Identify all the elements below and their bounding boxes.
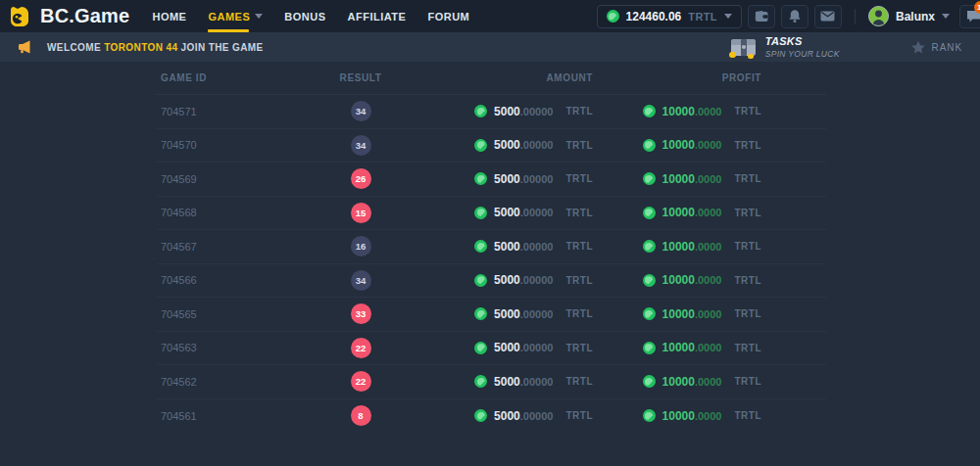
brand-logo[interactable]: BC.Game bbox=[8, 5, 129, 28]
rank-shortcut[interactable]: RANK bbox=[910, 40, 962, 55]
profit-currency: TRTL bbox=[734, 410, 761, 421]
amount-currency: TRTL bbox=[565, 410, 593, 421]
messages-button[interactable] bbox=[814, 5, 842, 28]
amount-currency: TRTL bbox=[565, 343, 593, 353]
wallet-button[interactable] bbox=[748, 5, 775, 28]
profit-currency: TRTL bbox=[734, 208, 761, 218]
game-id-cell: 704570 bbox=[157, 139, 287, 151]
profit-currency: TRTL bbox=[734, 173, 761, 184]
nav-games-label: GAMES bbox=[208, 11, 250, 23]
game-id-cell: 704568 bbox=[157, 207, 287, 218]
trtl-coin-icon bbox=[474, 409, 487, 422]
header-profit: PROFIT bbox=[593, 72, 761, 83]
result-badge: 8 bbox=[351, 405, 371, 426]
table-row[interactable]: 704562 22 5000 .00000 TRTL 10000 .0000 T… bbox=[157, 365, 826, 399]
wallet-icon bbox=[754, 10, 769, 23]
profit-integer: 10000 bbox=[662, 206, 695, 219]
amount-decimals: .00000 bbox=[520, 106, 554, 117]
amount-cell: 5000 .00000 TRTL bbox=[434, 138, 593, 152]
header-result: RESULT bbox=[287, 72, 434, 83]
table-row[interactable]: 704567 16 5000 .00000 TRTL 10000 .0000 T… bbox=[157, 230, 826, 264]
trtl-coin-icon bbox=[643, 207, 656, 219]
profit-integer: 10000 bbox=[662, 375, 695, 389]
trtl-coin-icon bbox=[643, 105, 656, 117]
amount-cell: 5000 .00000 TRTL bbox=[434, 307, 593, 321]
trtl-coin-icon bbox=[474, 342, 487, 354]
trtl-coin-icon bbox=[474, 139, 487, 152]
result-badge: 26 bbox=[351, 168, 371, 189]
trtl-coin-icon bbox=[474, 274, 487, 287]
trtl-coin-icon bbox=[643, 307, 656, 320]
profit-currency: TRTL bbox=[734, 241, 761, 252]
avatar bbox=[868, 6, 889, 26]
nav-home[interactable]: HOME bbox=[152, 0, 186, 32]
profit-currency: TRTL bbox=[734, 376, 761, 387]
chat-button[interactable]: 10 bbox=[959, 5, 980, 28]
amount-cell: 5000 .00000 TRTL bbox=[434, 172, 593, 186]
profit-decimals: .0000 bbox=[695, 207, 722, 218]
profit-cell: 10000 .0000 TRTL bbox=[593, 138, 761, 152]
amount-currency: TRTL bbox=[565, 308, 593, 319]
result-badge: 34 bbox=[351, 135, 371, 156]
profit-decimals: .0000 bbox=[695, 410, 722, 422]
balance-currency: TRTL bbox=[688, 11, 717, 23]
trtl-coin-icon bbox=[474, 207, 487, 219]
profit-decimals: .0000 bbox=[695, 241, 722, 253]
profit-currency: TRTL bbox=[734, 106, 761, 116]
table-row[interactable]: 704570 34 5000 .00000 TRTL 10000 .0000 T… bbox=[157, 129, 826, 163]
profit-cell: 10000 .0000 TRTL bbox=[593, 240, 761, 254]
rank-label: RANK bbox=[932, 42, 962, 53]
amount-cell: 5000 .00000 TRTL bbox=[434, 341, 593, 354]
table-row[interactable]: 704566 34 5000 .00000 TRTL 10000 .0000 T… bbox=[157, 264, 826, 299]
welcome-message: WELCOME TORONTON 44 JOIN THE GAME bbox=[47, 42, 264, 53]
table-row[interactable]: 704571 34 5000 .00000 TRTL 10000 .0000 T… bbox=[157, 95, 826, 129]
amount-decimals: .00000 bbox=[520, 274, 554, 286]
game-id-cell: 704569 bbox=[157, 173, 287, 185]
notifications-button[interactable] bbox=[781, 5, 808, 28]
amount-cell: 5000 .00000 TRTL bbox=[434, 240, 593, 254]
profit-decimals: .0000 bbox=[695, 308, 722, 320]
amount-decimals: .00000 bbox=[520, 410, 554, 422]
bcgame-logo-icon bbox=[8, 5, 31, 28]
user-menu[interactable]: Balunx bbox=[868, 6, 950, 26]
table-row[interactable]: 704569 26 5000 .00000 TRTL 10000 .0000 T… bbox=[157, 163, 826, 197]
result-badge: 16 bbox=[351, 236, 371, 256]
profit-decimals: .0000 bbox=[695, 342, 722, 353]
nav-affiliate[interactable]: AFFILIATE bbox=[348, 0, 407, 32]
amount-integer: 5000 bbox=[494, 409, 520, 423]
tasks-shortcut[interactable]: TASKS SPIN YOUR LUCK bbox=[728, 34, 840, 60]
table-row[interactable]: 704568 15 5000 .00000 TRTL 10000 .0000 T… bbox=[157, 197, 826, 231]
nav-forum[interactable]: FORUM bbox=[427, 0, 469, 32]
balance-amount: 124460.06 bbox=[626, 10, 682, 23]
amount-cell: 5000 .00000 TRTL bbox=[434, 409, 593, 423]
amount-decimals: .00000 bbox=[520, 342, 554, 353]
nav-bonus[interactable]: BONUS bbox=[284, 0, 325, 32]
balance-selector[interactable]: 124460.06 TRTL bbox=[597, 5, 742, 28]
trtl-coin-icon bbox=[643, 375, 656, 388]
chat-unread-badge: 10 bbox=[974, 1, 980, 14]
profit-integer: 10000 bbox=[662, 307, 695, 321]
profit-cell: 10000 .0000 TRTL bbox=[593, 105, 761, 118]
profit-cell: 10000 .0000 TRTL bbox=[593, 307, 761, 321]
topbar-right-group: 124460.06 TRTL bbox=[597, 5, 980, 28]
chevron-down-icon bbox=[942, 14, 950, 19]
game-id-cell: 704565 bbox=[157, 308, 287, 320]
table-row[interactable]: 704561 8 5000 .00000 TRTL 10000 .0000 TR… bbox=[157, 399, 826, 434]
amount-decimals: .00000 bbox=[520, 207, 554, 218]
amount-currency: TRTL bbox=[565, 208, 593, 218]
amount-cell: 5000 .00000 TRTL bbox=[434, 273, 593, 287]
amount-integer: 5000 bbox=[494, 206, 520, 219]
profit-currency: TRTL bbox=[734, 275, 761, 286]
megaphone-icon bbox=[18, 40, 32, 54]
profit-integer: 10000 bbox=[662, 138, 695, 152]
profit-cell: 10000 .0000 TRTL bbox=[593, 273, 761, 287]
table-row[interactable]: 704563 22 5000 .00000 TRTL 10000 .0000 T… bbox=[157, 332, 826, 366]
game-id-cell: 704566 bbox=[157, 274, 287, 286]
table-row[interactable]: 704565 33 5000 .00000 TRTL 10000 .0000 T… bbox=[157, 298, 826, 332]
trtl-coin-icon bbox=[474, 240, 487, 253]
table-header-row: GAME ID RESULT AMOUNT PROFIT bbox=[157, 62, 826, 95]
result-badge: 34 bbox=[351, 101, 371, 121]
profit-cell: 10000 .0000 TRTL bbox=[593, 409, 761, 423]
profit-integer: 10000 bbox=[662, 172, 695, 186]
nav-games[interactable]: GAMES bbox=[208, 0, 263, 32]
